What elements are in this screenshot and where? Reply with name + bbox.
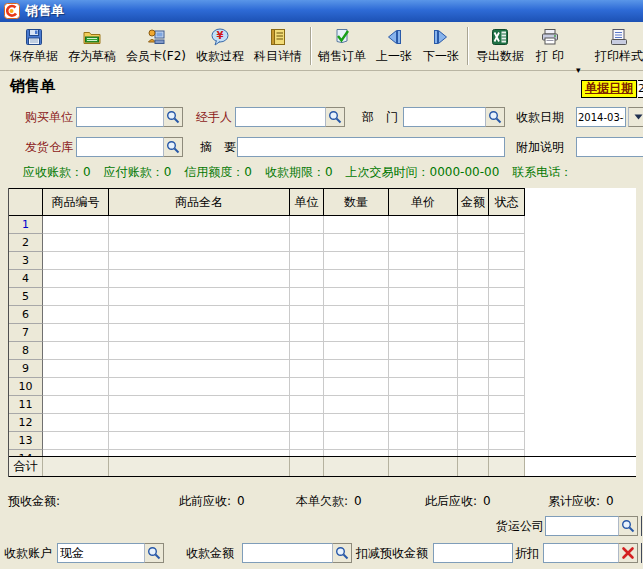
table-row[interactable]: 5 <box>9 288 636 306</box>
receive-account-input[interactable] <box>57 543 145 563</box>
table-cell[interactable] <box>290 432 324 450</box>
receive-amount-lookup-button[interactable] <box>332 543 352 563</box>
table-cell[interactable] <box>389 270 458 288</box>
doc-date-button[interactable]: 单据日期 <box>581 80 637 98</box>
table-cell[interactable] <box>389 378 458 396</box>
print-button[interactable]: 打 印 <box>530 25 570 69</box>
table-cell[interactable] <box>389 252 458 270</box>
sales-order-button[interactable]: 销售订单 <box>316 25 368 69</box>
table-cell[interactable] <box>489 234 525 252</box>
table-cell[interactable] <box>489 432 525 450</box>
table-cell[interactable] <box>389 396 458 414</box>
table-cell[interactable] <box>290 324 324 342</box>
table-cell[interactable] <box>43 216 109 234</box>
table-row[interactable]: 12 <box>9 414 636 432</box>
table-cell[interactable] <box>43 252 109 270</box>
table-cell[interactable] <box>489 396 525 414</box>
table-cell[interactable] <box>324 396 389 414</box>
deduct-advance-input[interactable] <box>433 543 513 563</box>
receive-amount-input[interactable] <box>242 543 333 563</box>
table-cell[interactable] <box>458 342 489 360</box>
table-cell[interactable] <box>43 396 109 414</box>
table-row[interactable]: 9 <box>9 360 636 378</box>
previous-button[interactable]: 上一张 <box>372 25 416 69</box>
table-cell[interactable] <box>389 234 458 252</box>
handler-lookup-button[interactable] <box>325 107 345 127</box>
table-cell[interactable] <box>389 288 458 306</box>
table-cell[interactable] <box>489 324 525 342</box>
table-cell[interactable] <box>324 414 389 432</box>
buyer-lookup-button[interactable] <box>163 107 183 127</box>
table-row[interactable]: 4 <box>9 270 636 288</box>
table-cell[interactable] <box>43 414 109 432</box>
table-cell[interactable] <box>109 396 290 414</box>
table-cell[interactable] <box>324 288 389 306</box>
print-dropdown-arrow[interactable]: ▾ <box>576 66 581 75</box>
table-cell[interactable] <box>290 378 324 396</box>
column-header-unit-price[interactable]: 单价 <box>389 188 458 216</box>
save-draft-button[interactable]: 存为草稿 <box>64 25 120 69</box>
freight-company-input[interactable] <box>545 516 619 536</box>
table-cell[interactable] <box>458 288 489 306</box>
table-cell[interactable] <box>458 216 489 234</box>
column-header-product-code[interactable]: 商品编号 <box>43 188 109 216</box>
table-cell[interactable] <box>458 414 489 432</box>
buyer-input[interactable] <box>76 107 164 127</box>
table-cell[interactable] <box>489 378 525 396</box>
table-cell[interactable] <box>324 378 389 396</box>
table-cell[interactable] <box>324 360 389 378</box>
table-cell[interactable] <box>458 378 489 396</box>
table-row[interactable]: 7 <box>9 324 636 342</box>
table-row[interactable]: 10 <box>9 378 636 396</box>
export-data-button[interactable]: 导出数据 <box>474 25 526 69</box>
table-cell[interactable] <box>458 360 489 378</box>
column-header-status[interactable]: 状态 <box>489 188 525 216</box>
table-cell[interactable] <box>389 360 458 378</box>
table-cell[interactable] <box>389 324 458 342</box>
table-cell[interactable] <box>458 234 489 252</box>
table-cell[interactable] <box>290 288 324 306</box>
table-cell[interactable] <box>458 396 489 414</box>
table-cell[interactable] <box>109 234 290 252</box>
table-cell[interactable] <box>290 414 324 432</box>
table-cell[interactable] <box>324 342 389 360</box>
table-cell[interactable] <box>290 252 324 270</box>
table-cell[interactable] <box>489 288 525 306</box>
table-cell[interactable] <box>290 306 324 324</box>
discount-input[interactable] <box>543 543 619 563</box>
table-cell[interactable] <box>290 216 324 234</box>
table-cell[interactable] <box>489 342 525 360</box>
table-row[interactable]: 3 <box>9 252 636 270</box>
table-cell[interactable] <box>43 270 109 288</box>
table-row[interactable]: 8 <box>9 342 636 360</box>
table-cell[interactable] <box>109 306 290 324</box>
table-cell[interactable] <box>324 270 389 288</box>
table-cell[interactable] <box>458 270 489 288</box>
table-cell[interactable] <box>489 270 525 288</box>
column-header-unit[interactable]: 单位 <box>290 188 324 216</box>
table-row[interactable]: 1 <box>9 216 636 234</box>
table-row[interactable]: 2 <box>9 234 636 252</box>
table-cell[interactable] <box>324 432 389 450</box>
table-cell[interactable] <box>389 306 458 324</box>
table-row[interactable]: 11 <box>9 396 636 414</box>
print-style-button[interactable]: 打印样式 <box>595 25 643 69</box>
table-cell[interactable] <box>489 306 525 324</box>
title-bar[interactable]: 销售单 <box>0 0 643 22</box>
warehouse-input[interactable] <box>76 137 164 157</box>
table-cell[interactable] <box>109 432 290 450</box>
warehouse-lookup-button[interactable] <box>163 137 183 157</box>
table-cell[interactable] <box>324 234 389 252</box>
table-row[interactable]: 13 <box>9 432 636 450</box>
table-cell[interactable] <box>389 414 458 432</box>
table-cell[interactable] <box>290 396 324 414</box>
freight-company-lookup-button[interactable] <box>618 516 638 536</box>
table-cell[interactable] <box>458 324 489 342</box>
table-cell[interactable] <box>43 288 109 306</box>
table-cell[interactable] <box>324 252 389 270</box>
table-cell[interactable] <box>290 342 324 360</box>
table-cell[interactable] <box>109 414 290 432</box>
table-cell[interactable] <box>43 432 109 450</box>
table-cell[interactable] <box>109 360 290 378</box>
payment-process-button[interactable]: ¥ 收款过程 <box>192 25 248 69</box>
